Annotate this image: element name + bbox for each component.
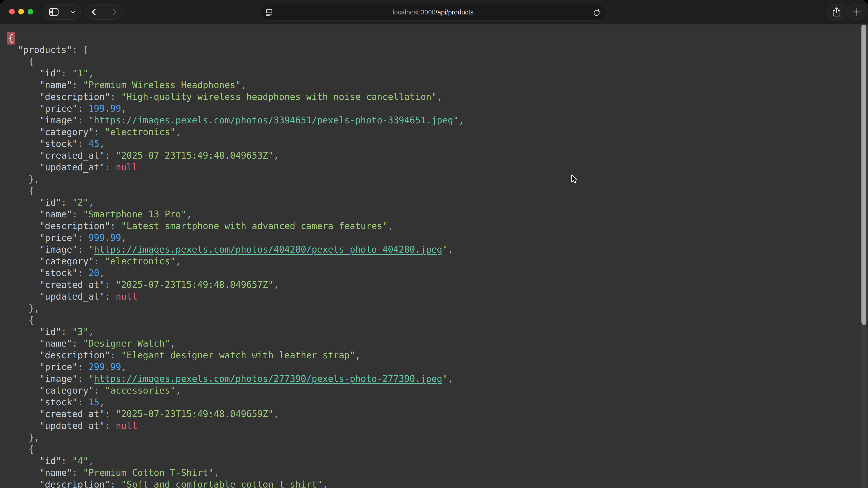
url-path: /api/products	[436, 8, 474, 16]
json-viewer: { "products": [ { "id": "1", "name": "Pr…	[0, 24, 868, 488]
back-button[interactable]	[92, 8, 96, 15]
url-text: localhost:3000/api/products	[260, 8, 606, 16]
scrollbar-thumb[interactable]	[862, 25, 866, 325]
chevron-down-icon	[70, 10, 75, 13]
browser-window: localhost:3000/api/products	[0, 0, 868, 488]
toolbar: localhost:3000/api/products	[0, 0, 868, 24]
forward-button[interactable]	[112, 8, 116, 15]
url-host: localhost:3000	[393, 8, 436, 16]
page-format-icon[interactable]	[266, 9, 273, 17]
share-button[interactable]	[827, 4, 847, 20]
highlighted-brace: {	[7, 32, 15, 44]
mouse-cursor	[571, 174, 578, 186]
new-tab-button[interactable]	[847, 4, 867, 20]
json-link[interactable]: https://images.pexels.com/photos/404280/…	[94, 244, 442, 255]
minimize-window-button[interactable]	[18, 9, 24, 14]
sidebar-toggle-button[interactable]	[43, 4, 81, 20]
scrollbar-track[interactable]	[862, 24, 866, 488]
share-icon	[833, 7, 840, 17]
reload-button[interactable]	[593, 9, 600, 18]
sidebar-icon	[49, 8, 59, 16]
new-tab-icon	[853, 8, 861, 16]
json-link[interactable]: https://images.pexels.com/photos/3394651…	[94, 115, 453, 125]
zoom-window-button[interactable]	[28, 9, 33, 14]
navigation-buttons	[86, 4, 123, 20]
page-content: { "products": [ { "id": "1", "name": "Pr…	[0, 24, 868, 488]
nav-divider	[104, 8, 104, 16]
close-window-button[interactable]	[9, 9, 15, 14]
json-link[interactable]: https://images.pexels.com/photos/277390/…	[94, 373, 442, 384]
address-bar[interactable]: localhost:3000/api/products	[260, 4, 607, 21]
